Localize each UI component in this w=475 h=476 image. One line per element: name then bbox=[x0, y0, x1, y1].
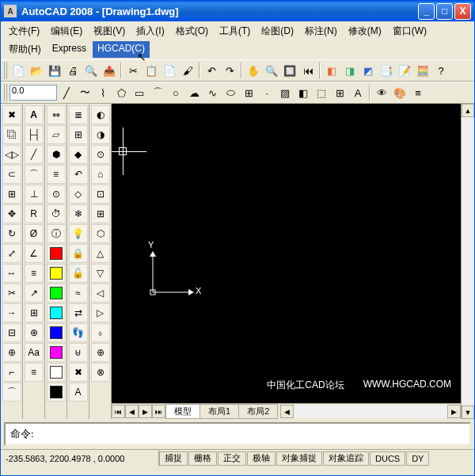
osnap-toggle[interactable]: 对象捕捉 bbox=[276, 451, 322, 466]
menu-edit[interactable]: 编辑(E) bbox=[46, 23, 87, 40]
chamfer-button[interactable]: ⌐ bbox=[2, 363, 21, 382]
trim-button[interactable]: ✂ bbox=[2, 284, 21, 303]
minimize-button[interactable]: _ bbox=[418, 3, 435, 20]
sheet-set-button[interactable]: 📑 bbox=[378, 62, 395, 79]
break-button[interactable]: ⊟ bbox=[2, 323, 21, 342]
scroll-down-button[interactable]: ▼ bbox=[462, 406, 474, 419]
print-button[interactable]: 🖨 bbox=[64, 62, 82, 79]
scale-button[interactable]: ⤢ bbox=[2, 244, 21, 263]
ellipse-button[interactable]: ⬭ bbox=[222, 84, 239, 101]
scroll-track[interactable] bbox=[294, 405, 447, 418]
layer-match-button[interactable]: ≈ bbox=[69, 284, 88, 303]
coordinates-display[interactable]: -235.5863, 2200.4978 , 0.0000 bbox=[1, 450, 159, 466]
list-button[interactable]: ≡ bbox=[47, 165, 66, 184]
swatch-black[interactable] bbox=[47, 383, 66, 402]
layer-delete-button[interactable]: ✖ bbox=[69, 363, 88, 382]
publish-button[interactable]: 📤 bbox=[101, 62, 118, 79]
render-button[interactable]: 🎨 bbox=[391, 84, 408, 101]
layer-tool-button[interactable]: ≣ bbox=[69, 105, 88, 124]
tab-model[interactable]: 模型 bbox=[165, 404, 200, 419]
menu-view[interactable]: 视图(V) bbox=[89, 23, 130, 40]
tab-next-button[interactable]: ▶ bbox=[139, 405, 152, 418]
swatch-yellow[interactable] bbox=[47, 264, 66, 283]
d2-btn7[interactable]: ⬡ bbox=[91, 224, 110, 243]
leader-button[interactable]: ↗ bbox=[25, 284, 44, 303]
grip-icon[interactable] bbox=[4, 84, 9, 101]
dist-button[interactable]: ⇔ bbox=[47, 105, 66, 124]
id-button[interactable]: ⊙ bbox=[47, 185, 66, 204]
layer-freeze-button[interactable]: ❄ bbox=[69, 204, 88, 223]
erase-button[interactable]: ✖ bbox=[2, 105, 21, 124]
scroll-right-button[interactable]: ▶ bbox=[447, 405, 461, 418]
swatch-blue[interactable] bbox=[47, 323, 66, 342]
tab-prev-button[interactable]: ◀ bbox=[125, 405, 139, 418]
view-button[interactable]: 👁 bbox=[373, 84, 390, 101]
layer-prev-button[interactable]: ↶ bbox=[69, 165, 88, 184]
save-button[interactable]: 💾 bbox=[46, 62, 63, 79]
grid-toggle[interactable]: 栅格 bbox=[188, 451, 217, 466]
h-scrollbar[interactable]: ◀ ▶ bbox=[280, 405, 461, 418]
copy-button[interactable]: 📋 bbox=[142, 62, 160, 79]
menu-insert[interactable]: 插入(I) bbox=[131, 23, 169, 40]
d2-btn8[interactable]: △ bbox=[91, 244, 110, 263]
otrack-toggle[interactable]: 对象追踪 bbox=[323, 451, 369, 466]
ortho-toggle[interactable]: 正交 bbox=[218, 451, 246, 466]
tab-layout1[interactable]: 布局1 bbox=[200, 404, 239, 419]
dim-dia-button[interactable]: Ø bbox=[25, 224, 44, 243]
layer-state-button[interactable]: ⊞ bbox=[69, 125, 88, 144]
drawing-canvas[interactable]: X Y 中国化工CAD论坛 WWW.HGCAD.COM bbox=[112, 104, 461, 403]
pline-button[interactable]: ⌇ bbox=[94, 84, 112, 101]
pan-button[interactable]: ✋ bbox=[245, 62, 262, 79]
spline-button[interactable]: ∿ bbox=[203, 84, 221, 101]
dim-linear-button[interactable]: ├┤ bbox=[25, 125, 44, 144]
point-button[interactable]: · bbox=[258, 84, 276, 101]
command-line[interactable]: 命令: bbox=[4, 422, 471, 446]
calc-button[interactable]: 🧮 bbox=[414, 62, 431, 79]
scroll-up-button[interactable]: ▲ bbox=[462, 104, 474, 117]
help-button[interactable]: ? bbox=[432, 62, 450, 79]
d2-btn14[interactable]: ⊗ bbox=[91, 363, 110, 382]
layer-button[interactable]: ≡ bbox=[409, 84, 427, 101]
fillet-button[interactable]: ⌒ bbox=[2, 383, 21, 402]
circle-button[interactable]: ○ bbox=[167, 84, 184, 101]
layer-lock-button[interactable]: 🔒 bbox=[69, 244, 88, 263]
dimstyle-button[interactable]: ≡ bbox=[25, 363, 44, 382]
menu-tools[interactable]: 工具(T) bbox=[215, 23, 255, 40]
dim-arc-button[interactable]: ⌒ bbox=[25, 165, 44, 184]
redo-button[interactable]: ↷ bbox=[221, 62, 238, 79]
layer-change-button[interactable]: ⇄ bbox=[69, 303, 88, 322]
d2-btn5[interactable]: ⊡ bbox=[91, 185, 110, 204]
layer-walk-button[interactable]: 👣 bbox=[69, 323, 88, 342]
menu-format[interactable]: 格式(O) bbox=[171, 23, 213, 40]
copy-obj-button[interactable]: ⿻ bbox=[2, 125, 21, 144]
line-button[interactable]: ╱ bbox=[58, 84, 75, 101]
text-a-button[interactable]: A bbox=[69, 383, 88, 402]
text-button[interactable]: A bbox=[349, 84, 367, 101]
layer-unlock-button[interactable]: 🔓 bbox=[69, 264, 88, 283]
gradient-button[interactable]: ◧ bbox=[294, 84, 312, 101]
revcloud-button[interactable]: ☁ bbox=[185, 84, 203, 101]
layer-make-button[interactable]: ◆ bbox=[69, 145, 88, 164]
mirror-button[interactable]: ◁▷ bbox=[2, 145, 21, 164]
tolerance-button[interactable]: ⊞ bbox=[25, 303, 44, 322]
hatch-button[interactable]: ▨ bbox=[276, 84, 294, 101]
d2-btn13[interactable]: ⊕ bbox=[91, 343, 110, 362]
scroll-track[interactable] bbox=[462, 117, 474, 406]
tab-first-button[interactable]: ⏮ bbox=[112, 405, 125, 418]
join-button[interactable]: ⊕ bbox=[2, 343, 21, 362]
menu-file[interactable]: 文件(F) bbox=[4, 23, 44, 40]
properties-button[interactable]: ◧ bbox=[323, 62, 340, 79]
d2-btn10[interactable]: ◁ bbox=[91, 284, 110, 303]
d2-btn3[interactable]: ⊙ bbox=[91, 145, 110, 164]
swatch-red[interactable] bbox=[47, 244, 66, 263]
xline-button[interactable]: 〜 bbox=[76, 84, 93, 101]
open-button[interactable]: 📂 bbox=[28, 62, 45, 79]
close-button[interactable]: X bbox=[454, 3, 471, 20]
tab-layout2[interactable]: 布局2 bbox=[238, 404, 278, 419]
extend-button[interactable]: → bbox=[2, 303, 21, 322]
stretch-button[interactable]: ↔ bbox=[2, 264, 21, 283]
layer-merge-button[interactable]: ⊎ bbox=[69, 343, 88, 362]
area-button[interactable]: ▱ bbox=[47, 125, 66, 144]
undo-button[interactable]: ↶ bbox=[203, 62, 220, 79]
d2-btn4[interactable]: ⌂ bbox=[91, 165, 110, 184]
